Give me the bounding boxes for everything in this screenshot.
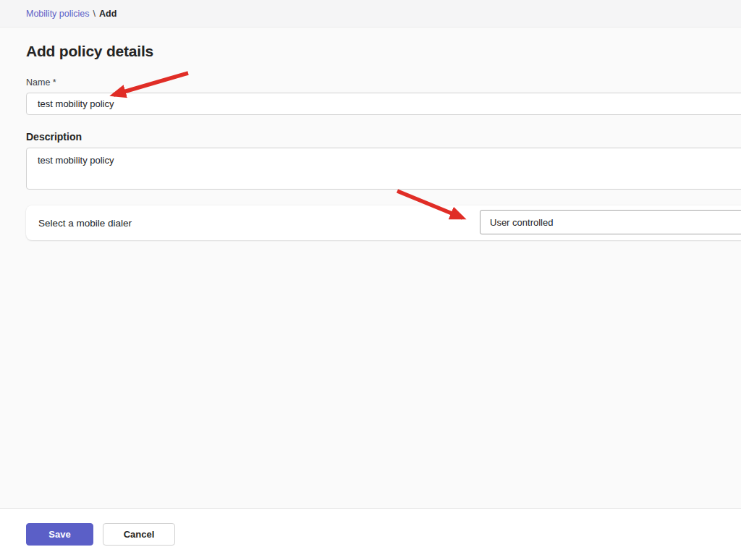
page-title: Add policy details bbox=[26, 43, 153, 60]
annotation-arrows bbox=[0, 0, 741, 560]
name-field-label: Name * bbox=[26, 77, 56, 88]
save-button[interactable]: Save bbox=[26, 523, 93, 546]
breadcrumb-current: Add bbox=[99, 9, 117, 19]
mobile-dialer-selected-value: User controlled bbox=[490, 217, 553, 228]
breadcrumb-mobility-policies-link[interactable]: Mobility policies bbox=[26, 9, 90, 19]
name-input[interactable] bbox=[26, 93, 741, 115]
mobile-dialer-select[interactable]: User controlled bbox=[480, 210, 741, 234]
footer-action-bar: Save Cancel bbox=[0, 508, 741, 560]
add-policy-page: Mobility policies \ Add Add policy detai… bbox=[0, 0, 741, 560]
annotation-arrow-name-input bbox=[114, 73, 188, 95]
breadcrumb-separator: \ bbox=[93, 9, 96, 19]
cancel-button[interactable]: Cancel bbox=[103, 523, 175, 546]
breadcrumb: Mobility policies \ Add bbox=[0, 0, 741, 27]
mobile-dialer-label: Select a mobile dialer bbox=[38, 218, 132, 229]
description-field-label: Description bbox=[26, 131, 82, 143]
mobile-dialer-row: Select a mobile dialer User controlled bbox=[26, 205, 741, 240]
description-textarea[interactable]: test mobility policy bbox=[26, 148, 741, 190]
